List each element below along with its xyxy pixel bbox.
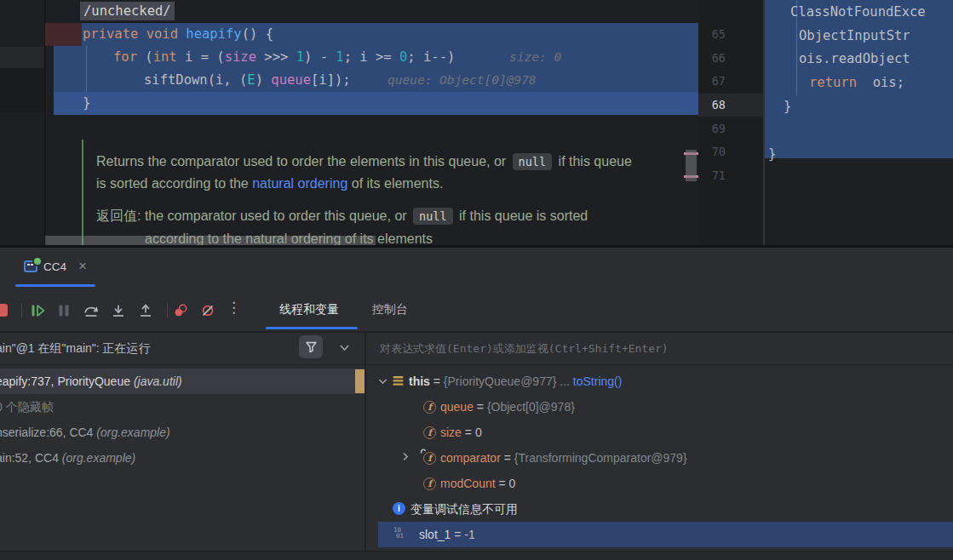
active-tab-underline <box>15 284 95 287</box>
frame-row-hidden-frames[interactable]: 0 个隐藏帧 <box>0 394 54 420</box>
frame-package: (java.util) <box>134 374 182 388</box>
funnel-icon <box>304 340 319 354</box>
variable-row-comparator[interactable]: comparator = {TransformingComparator@979… <box>440 445 687 471</box>
line-number-current[interactable]: 68 <box>698 94 726 117</box>
pause-button[interactable] <box>56 303 72 318</box>
line-number[interactable]: 65 <box>698 23 726 46</box>
step-into-icon <box>110 302 127 319</box>
vertical-scrollbar-thumb[interactable] <box>686 150 697 181</box>
natural-ordering-link[interactable]: natural ordering <box>252 176 347 191</box>
step-into-button[interactable] <box>110 302 127 319</box>
tree-chevron-expanded-icon[interactable] <box>378 377 388 386</box>
tree-chevron-collapsed-icon[interactable] <box>401 452 410 461</box>
line-number[interactable]: 70 <box>698 140 726 163</box>
tab-session-cc4[interactable]: CC4 <box>43 248 66 287</box>
variable-row-queue[interactable]: queue = {Object[0]@978} <box>440 394 575 420</box>
field-icon: f <box>423 401 436 414</box>
variable-row-this[interactable]: this = {PriorityQueue@977} ... toString(… <box>409 369 622 394</box>
doc-returns-label: 返回值: the comparator used to order this q… <box>96 209 410 223</box>
line-number[interactable]: 67 <box>698 70 726 93</box>
code-line[interactable]: for (int i = (size >>> 1) - 1; i >= 0; i… <box>113 46 455 69</box>
resume-icon <box>30 303 46 318</box>
toolbar-separator <box>167 303 168 317</box>
variable-row-slot1[interactable]: slot_1 = -1 <box>419 522 475 547</box>
doc-popup-border <box>82 140 83 247</box>
panel-vertical-divider[interactable] <box>365 333 366 551</box>
tab-threads-variables[interactable]: 线程和变量 <box>279 287 339 331</box>
code-line[interactable]: ObjectInputStr <box>799 25 910 48</box>
left-edge-panel <box>0 0 45 247</box>
panel-header-border <box>0 364 953 365</box>
code-line[interactable]: /unchecked/ <box>80 0 175 23</box>
filter-frames-button[interactable] <box>299 335 323 358</box>
variable-name: modCount <box>440 477 496 490</box>
variable-value: {TransformingComparator@979} <box>514 451 687 465</box>
variable-name: comparator <box>440 451 501 465</box>
step-over-icon <box>83 302 100 319</box>
variable-row-size[interactable]: size = 0 <box>440 420 482 445</box>
code-line[interactable]: private void heapify() { <box>83 23 273 46</box>
variable-name: this <box>409 374 430 388</box>
code-line[interactable]: return ois; <box>809 71 904 94</box>
view-breakpoints-button[interactable] <box>173 303 188 318</box>
code-line[interactable]: ois.readObject <box>799 48 910 71</box>
pause-icon <box>56 303 72 318</box>
horizontal-scrollbar-thumb[interactable] <box>45 236 376 245</box>
frame-location: eapify:737, PriorityQueue <box>0 374 134 388</box>
frame-package: (org.example) <box>96 426 169 439</box>
frame-location: nserialize:66, CC4 <box>0 426 96 439</box>
left-edge-panel-band <box>0 47 45 68</box>
stop-button[interactable] <box>0 304 8 317</box>
line-number[interactable]: 69 <box>698 117 726 140</box>
code-line[interactable]: } <box>784 95 791 118</box>
code-line[interactable]: siftDown(i, (E) queue[i]); <box>144 69 351 92</box>
variable-value: 0 <box>509 477 516 490</box>
step-out-button[interactable] <box>137 302 154 319</box>
tab-console[interactable]: 控制台 <box>372 287 408 331</box>
frame-row[interactable]: nserialize:66, CC4 (org.example) <box>0 420 170 445</box>
step-out-icon <box>137 302 154 319</box>
frame-row[interactable]: eapify:737, PriorityQueue (java.util) <box>0 369 182 394</box>
ide-window: /unchecked/ private void heapify() { for… <box>0 0 953 560</box>
active-view-tab-underline <box>266 327 358 329</box>
watch-hook-icon <box>420 448 428 455</box>
line-number[interactable]: 71 <box>698 164 726 187</box>
frame-selected-mark <box>355 369 365 393</box>
line-number[interactable]: 66 <box>698 47 726 70</box>
toolbar-separator <box>21 303 22 317</box>
session-running-dot <box>32 256 43 266</box>
tostring-link[interactable]: toString() <box>573 374 623 388</box>
primitive-icon-bottom: 01 <box>393 534 404 540</box>
caret-line-highlight <box>54 92 698 115</box>
code-line[interactable]: } <box>768 143 776 166</box>
variable-row-modcount[interactable]: modCount = 0 <box>440 471 515 496</box>
code-line[interactable]: } <box>83 92 90 115</box>
mute-breakpoints-button[interactable] <box>200 303 215 318</box>
variable-value: 0 <box>475 426 482 439</box>
code-line[interactable]: ClassNotFoundExce <box>790 1 926 24</box>
this-value-icon <box>393 375 404 386</box>
equals-sign: = <box>501 451 514 465</box>
variable-name: size <box>440 426 462 439</box>
null-code-badge: null <box>413 208 453 225</box>
doc-text-line: 返回值: the comparator used to order this q… <box>96 205 588 227</box>
thread-selector-chevron-icon[interactable] <box>339 344 350 351</box>
inline-debugger-hint: queue: Object[0]@978 <box>388 69 537 92</box>
more-options-button[interactable]: ⋮ <box>227 287 241 331</box>
ellipsis: ... <box>556 374 572 388</box>
doc-text: of its elements. <box>347 176 443 191</box>
frame-row[interactable]: ain:52, CC4 (org.example) <box>0 445 135 471</box>
thread-selector[interactable]: ain"@1 在组"main": 正在运行 <box>0 333 151 364</box>
equals-sign: = <box>496 477 509 490</box>
breakpoint-gutter-highlight[interactable] <box>45 23 82 46</box>
doc-text: if this queue <box>554 154 632 169</box>
resume-button[interactable] <box>30 303 46 318</box>
close-icon[interactable]: × <box>78 248 87 287</box>
variable-value: {PriorityQueue@977} <box>444 374 557 388</box>
frame-location: ain:52, CC4 <box>0 451 62 465</box>
equals-sign: = <box>451 528 464 541</box>
evaluate-expression-input[interactable]: 对表达式求值(Enter)或添加监视(Ctrl+Shift+Enter) <box>380 333 669 364</box>
doc-text: is sorted according to the <box>96 176 252 191</box>
frame-package: (org.example) <box>62 451 135 465</box>
step-over-button[interactable] <box>83 302 100 319</box>
